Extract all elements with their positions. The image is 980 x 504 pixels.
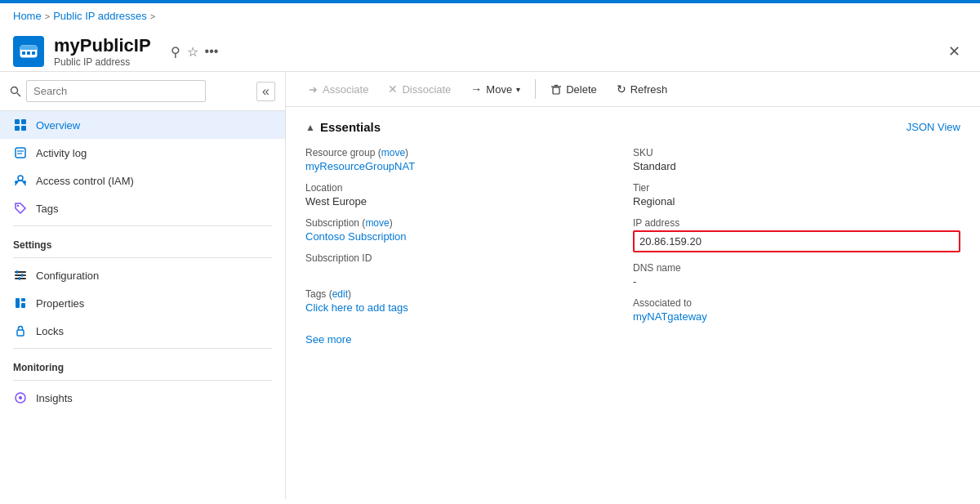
subscription-move-link[interactable]: move	[365, 217, 389, 229]
breadcrumb-public-ip[interactable]: Public IP addresses	[53, 10, 147, 22]
sidebar-item-overview[interactable]: Overview	[0, 111, 285, 139]
field-associated-value: myNATgateway	[633, 310, 960, 323]
dissociate-icon: ✕	[388, 83, 398, 96]
search-input[interactable]	[26, 80, 206, 102]
svg-rect-10	[21, 126, 26, 131]
breadcrumb-sep2: >	[150, 11, 155, 21]
svg-point-17	[17, 205, 19, 207]
sidebar-item-tags[interactable]: Tags	[0, 194, 285, 222]
dissociate-button[interactable]: ✕ Dissociate	[380, 78, 459, 100]
json-view-link[interactable]: JSON View	[906, 121, 960, 133]
sidebar-item-access-label: Access control (IAM)	[36, 175, 134, 187]
sidebar-item-configuration[interactable]: Configuration	[0, 261, 285, 289]
delete-icon	[550, 83, 562, 96]
essentials-title-text: Essentials	[320, 120, 381, 134]
activity-icon	[13, 145, 28, 160]
field-sku-label: SKU	[633, 147, 960, 158]
resource-group-move-link[interactable]: move	[381, 147, 405, 158]
breadcrumb-home[interactable]: Home	[13, 10, 42, 22]
field-associated-label: Associated to	[633, 297, 960, 309]
sidebar-item-tags-label: Tags	[36, 203, 58, 215]
star-icon[interactable]: ☆	[187, 44, 198, 60]
associate-button[interactable]: Associate	[299, 78, 376, 100]
svg-point-15	[23, 181, 26, 184]
field-ip-value: 20.86.159.20	[633, 230, 960, 252]
access-icon	[13, 173, 28, 188]
field-ip-address: IP address 20.86.159.20	[633, 217, 960, 252]
resource-icon	[13, 36, 44, 67]
resource-type: Public IP address	[54, 56, 151, 68]
delete-button[interactable]: Delete	[542, 78, 605, 100]
associate-icon	[307, 83, 318, 96]
toolbar: Associate ✕ Dissociate → Move ▾	[286, 72, 980, 107]
field-resource-group: Resource group (move) myResourceGroupNAT	[305, 147, 633, 172]
add-tags-link[interactable]: Click here to add tags	[305, 301, 408, 314]
search-icon	[10, 86, 21, 97]
svg-rect-7	[15, 119, 20, 124]
field-resource-group-label: Resource group (move)	[305, 147, 633, 158]
field-tags: Tags (edit) Click here to add tags	[305, 288, 633, 314]
sidebar-item-insights[interactable]: Insights	[0, 384, 285, 412]
overview-icon	[13, 118, 28, 132]
refresh-button[interactable]: ↻ Refresh	[608, 78, 676, 100]
svg-rect-26	[21, 303, 25, 308]
svg-rect-19	[15, 274, 26, 276]
field-tags-value: Click here to add tags	[305, 301, 633, 314]
pin-icon[interactable]: ⚲	[171, 44, 180, 60]
properties-icon	[13, 296, 28, 310]
svg-rect-11	[16, 148, 25, 158]
see-more-link[interactable]: See more	[305, 333, 351, 346]
dissociate-label: Dissociate	[402, 83, 451, 96]
svg-point-14	[18, 176, 23, 181]
svg-point-5	[11, 87, 18, 93]
see-more: See more	[305, 333, 633, 346]
field-subscription: Subscription (move) Contoso Subscription	[305, 217, 633, 243]
svg-rect-1	[20, 46, 37, 50]
breadcrumb: Home > Public IP addresses >	[0, 3, 980, 29]
move-label: Move	[486, 83, 512, 96]
sidebar-item-overview-label: Overview	[36, 119, 80, 132]
subscription-value-link[interactable]: Contoso Subscription	[305, 230, 407, 243]
breadcrumb-sep1: >	[45, 11, 50, 21]
collapse-button[interactable]: «	[256, 82, 275, 101]
sidebar: « Overview Acti	[0, 72, 286, 499]
svg-line-6	[17, 93, 20, 96]
tags-edit-link[interactable]: edit	[332, 288, 348, 300]
sidebar-item-locks[interactable]: Locks	[0, 317, 285, 345]
insights-icon	[13, 390, 28, 405]
resource-header: myPublicIP Public IP address ⚲ ☆ ••• ✕	[0, 29, 980, 72]
sidebar-item-activity-log[interactable]: Activity log	[0, 139, 285, 167]
svg-rect-2	[22, 51, 25, 55]
config-icon	[13, 268, 28, 283]
close-button[interactable]: ✕	[942, 39, 967, 64]
associate-label: Associate	[323, 83, 368, 96]
field-subscription-id-label: Subscription ID	[305, 252, 633, 264]
svg-rect-8	[21, 119, 26, 124]
more-icon[interactable]: •••	[205, 44, 219, 59]
refresh-icon: ↻	[617, 83, 626, 96]
sidebar-item-activity-label: Activity log	[36, 147, 87, 159]
field-associated-to: Associated to myNATgateway	[633, 297, 960, 323]
svg-rect-30	[553, 87, 559, 94]
main-layout: « Overview Acti	[0, 72, 980, 499]
monitoring-divider	[13, 348, 272, 349]
essentials-chevron-icon: ▲	[305, 122, 315, 133]
content-area: Associate ✕ Dissociate → Move ▾	[286, 72, 980, 499]
move-button[interactable]: → Move ▾	[462, 78, 528, 100]
settings-divider	[13, 225, 272, 226]
svg-rect-27	[17, 330, 24, 336]
resource-group-value-link[interactable]: myResourceGroupNAT	[305, 160, 415, 172]
search-bar-container: «	[0, 72, 285, 111]
field-location: Location West Europe	[305, 182, 633, 207]
sidebar-item-properties[interactable]: Properties	[0, 289, 285, 317]
essentials-header: ▲ Essentials JSON View	[305, 120, 960, 134]
sidebar-item-locks-label: Locks	[36, 325, 64, 337]
field-location-label: Location	[305, 182, 633, 194]
sidebar-item-access-control[interactable]: Access control (IAM)	[0, 167, 285, 194]
svg-rect-21	[16, 270, 18, 274]
monitoring-divider2	[13, 380, 272, 381]
svg-rect-9	[15, 126, 20, 131]
associated-to-link[interactable]: myNATgateway	[633, 310, 707, 323]
field-sku: SKU Standard	[633, 147, 960, 172]
essentials-grid: Resource group (move) myResourceGroupNAT…	[305, 147, 960, 346]
